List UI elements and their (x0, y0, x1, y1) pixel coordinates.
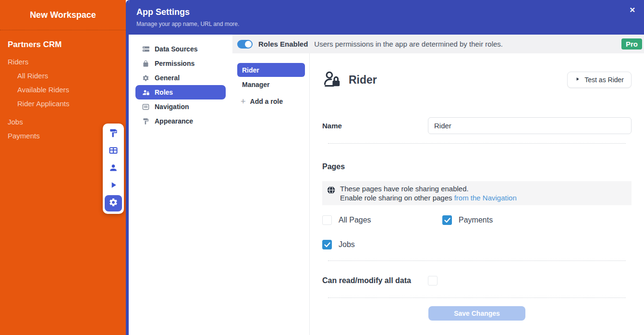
settings-nav-label: Navigation (155, 103, 189, 111)
checkbox-jobs[interactable]: Jobs (322, 240, 442, 249)
role-name-input[interactable] (428, 117, 632, 134)
settings-nav-label: Permissions (155, 60, 194, 67)
test-as-rider-button[interactable]: Test as Rider (567, 72, 632, 88)
globe-icon (327, 186, 335, 196)
divider (328, 143, 626, 144)
settings-nav-label: Appearance (155, 117, 193, 125)
play-icon (109, 180, 118, 192)
modal-subtitle: Manage your app name, URL and more. (136, 21, 644, 27)
preview-tool-button[interactable] (105, 177, 122, 195)
roles-enabled-description: Users permissions in the app are determi… (314, 40, 503, 48)
pro-badge: Pro (621, 38, 642, 50)
checkbox-label: Payments (459, 216, 493, 224)
list-icon (142, 103, 150, 111)
checkbox-label: Jobs (339, 240, 355, 249)
role-item-manager[interactable]: Manager (232, 77, 309, 91)
users-tool-button[interactable] (105, 160, 122, 177)
settings-nav-roles[interactable]: Roles (135, 85, 226, 99)
pages-checkbox-grid: All Pages Payments Jobs (322, 215, 632, 249)
settings-nav: Data Sources Permissions General Roles (129, 35, 232, 335)
sidebar-item-rider-applicants[interactable]: Rider Applicants (0, 97, 126, 111)
checkbox-label: All Pages (339, 216, 371, 224)
modal-title: App Settings (136, 7, 644, 17)
role-detail-heading: Rider (349, 74, 377, 87)
app-settings-modal: App Settings Manage your app name, URL a… (126, 0, 644, 335)
checkbox-payments[interactable]: Payments (442, 215, 632, 225)
roles-enabled-toggle[interactable] (237, 40, 253, 49)
roles-enabled-bar: Roles Enabled Users permissions in the a… (232, 35, 644, 53)
settings-tool-button[interactable] (105, 195, 122, 211)
user-lock-icon (142, 88, 150, 96)
check-icon (324, 242, 330, 248)
gear-icon (142, 74, 150, 82)
info-line2: Enable role sharing on other pages (340, 194, 454, 202)
divider (328, 261, 626, 261)
check-icon (444, 218, 450, 223)
role-sharing-info-banner: These pages have role sharing enabled. E… (322, 181, 632, 205)
info-line1: These pages have role sharing enabled. (340, 185, 469, 193)
settings-nav-data-sources[interactable]: Data Sources (129, 42, 232, 56)
modal-header: App Settings Manage your app name, URL a… (129, 0, 644, 35)
test-button-label: Test as Rider (584, 76, 624, 84)
read-modify-label: Can read/modify all data (322, 276, 428, 285)
user-icon (109, 163, 118, 174)
workspace-header[interactable]: New Workspace (0, 0, 126, 30)
data-tool-button[interactable] (105, 143, 122, 160)
role-detail-panel: Rider Test as Rider Name Pages (309, 53, 644, 335)
sidebar-item-all-riders[interactable]: All Riders (0, 69, 126, 83)
lock-icon (142, 60, 150, 67)
checkbox[interactable] (442, 215, 452, 225)
role-item-rider[interactable]: Rider (237, 63, 305, 77)
from-navigation-link[interactable]: from the Navigation (454, 194, 517, 202)
sidebar-item-available-riders[interactable]: Available Riders (0, 83, 126, 97)
design-tool-button[interactable] (105, 125, 122, 143)
add-role-button[interactable]: + Add a role (232, 97, 309, 106)
save-changes-button[interactable]: Save Changes (428, 306, 525, 321)
roles-list: Rider Manager + Add a role (232, 53, 309, 335)
workspace-name: New Workspace (30, 10, 96, 20)
settings-nav-general[interactable]: General (129, 71, 232, 85)
toggle-knob (245, 41, 252, 48)
pages-heading: Pages (322, 162, 632, 171)
roles-enabled-label: Roles Enabled (258, 40, 308, 48)
add-role-label: Add a role (250, 98, 283, 105)
name-label: Name (322, 122, 428, 130)
tool-rail (103, 124, 124, 214)
user-lock-icon (322, 69, 343, 90)
plus-icon: + (241, 97, 246, 106)
sidebar-item-riders[interactable]: Riders (0, 55, 126, 69)
data-sources-icon (142, 45, 150, 53)
settings-nav-label: Data Sources (155, 45, 197, 53)
table-icon (109, 146, 118, 157)
checkbox[interactable] (322, 240, 332, 249)
settings-nav-appearance[interactable]: Appearance (129, 114, 232, 128)
paint-roller-icon (109, 128, 118, 140)
settings-nav-label: Roles (155, 88, 173, 96)
play-icon (575, 76, 580, 84)
read-modify-checkbox[interactable] (428, 276, 437, 285)
settings-nav-navigation[interactable]: Navigation (129, 99, 232, 114)
gear-icon (109, 198, 118, 209)
close-icon[interactable]: ✕ (629, 6, 635, 14)
app-name: Partners CRM (8, 40, 126, 50)
settings-nav-label: General (155, 74, 180, 82)
paint-roller-icon (142, 117, 150, 125)
settings-nav-permissions[interactable]: Permissions (129, 56, 232, 71)
checkbox[interactable] (322, 215, 332, 225)
checkbox-all-pages[interactable]: All Pages (322, 215, 442, 225)
divider (328, 298, 626, 298)
